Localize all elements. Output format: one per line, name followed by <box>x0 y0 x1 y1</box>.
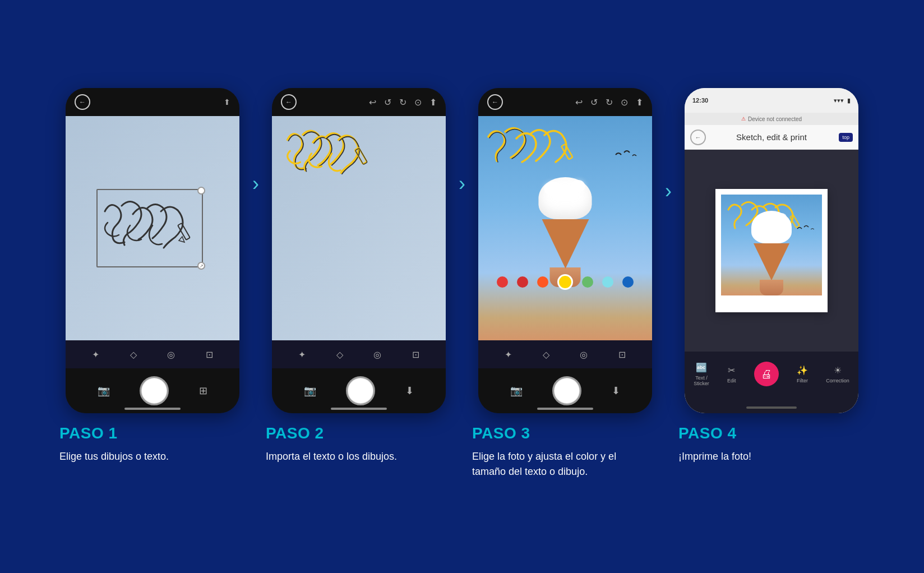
gallery-icon-1[interactable]: ⊞ <box>199 385 207 397</box>
print-icon: 🖨 <box>761 368 772 381</box>
color-orange[interactable] <box>537 276 548 288</box>
ice-cream-scoop <box>539 177 592 219</box>
selection-handle-tl[interactable] <box>197 187 205 195</box>
ice-cream-cone <box>542 219 589 269</box>
step3-wrapper: ← ↩ ↺ ↻ ⊙ ⬆ <box>470 88 676 485</box>
toolbar-print[interactable]: 🖨 <box>754 362 779 386</box>
nav-top-btn[interactable]: top <box>839 133 853 142</box>
crop-icon-3[interactable]: ⊡ <box>618 349 626 360</box>
palette-icon-1[interactable]: ◎ <box>167 349 175 360</box>
download-icon-2[interactable]: ⬇ <box>405 385 414 397</box>
step4-wrapper: 12:30 ▾▾▾ ▮ ⚠ Device not connected ← Ske… <box>676 88 867 470</box>
crop-icon-2[interactable]: ⊡ <box>412 349 419 360</box>
shutter-btn-2[interactable] <box>346 376 375 405</box>
phone-frame-1: ← ⬆ ↗ <box>66 88 239 413</box>
selection-handle-br[interactable]: ↗ <box>197 262 205 270</box>
edit-icons-2: ↩ ↺ ↻ ⊙ ⬆ <box>369 97 437 108</box>
share-icon-3[interactable]: ⬆ <box>636 97 643 108</box>
eraser-icon-3[interactable]: ◇ <box>543 349 549 360</box>
device-status-text: Device not connected <box>748 116 802 122</box>
yum-sketch-svg <box>99 195 203 256</box>
paso3-desc: Elige la foto y ajusta el color y el tam… <box>472 449 644 479</box>
back-icon-1[interactable]: ← <box>75 94 90 110</box>
back-icon-3[interactable]: ← <box>487 94 503 110</box>
print-btn[interactable]: 🖨 <box>754 362 779 386</box>
undo-icon-2[interactable]: ↺ <box>384 97 391 108</box>
filter-label: Filter <box>797 378 808 383</box>
phone2-bottombar: 📷 ⬇ <box>272 368 446 413</box>
color-red[interactable] <box>497 276 508 288</box>
transform-icon-3[interactable]: ↩ <box>575 97 583 108</box>
step1-wrapper: ← ⬆ ↗ <box>57 88 264 470</box>
camera-icon-3[interactable]: ⊙ <box>621 97 628 108</box>
camera-icon-3b[interactable]: 📷 <box>510 385 523 397</box>
phone2-topbar: ← ↩ ↺ ↻ ⊙ ⬆ <box>272 88 446 116</box>
toolbar-filter[interactable]: ✨ Filter <box>797 365 808 383</box>
camera-icon-2b[interactable]: 📷 <box>304 385 316 397</box>
share-icon-1[interactable]: ⬆ <box>224 98 230 107</box>
hand-polaroid <box>760 280 783 295</box>
shutter-inner-3 <box>555 378 579 403</box>
color-green[interactable] <box>582 276 593 288</box>
crop-icon-1[interactable]: ⊡ <box>206 349 213 360</box>
shutter-btn-1[interactable] <box>140 376 169 405</box>
edit-icon: ✂ <box>728 365 735 376</box>
camera-icon-1[interactable]: 📷 <box>98 385 110 397</box>
status-time: 12:30 <box>692 97 708 104</box>
phone1-topbar: ← ⬆ <box>66 88 239 116</box>
shutter-inner-1 <box>142 378 167 403</box>
redo-icon-2[interactable]: ↻ <box>399 97 406 108</box>
phone3-lower-toolbar: ✦ ◇ ◎ ⊡ <box>478 340 652 368</box>
phone-frame-3: ← ↩ ↺ ↻ ⊙ ⬆ <box>478 88 652 413</box>
magic-icon-3[interactable]: ✦ <box>505 349 512 360</box>
canvas-step3 <box>478 116 652 340</box>
home-indicator-3 <box>537 408 593 410</box>
share-icon-2[interactable]: ⬆ <box>429 97 437 108</box>
palette-icon-2[interactable]: ◎ <box>373 349 381 360</box>
scoop-polaroid <box>751 211 792 243</box>
camera-icon-2[interactable]: ⊙ <box>414 97 422 108</box>
color-blue[interactable] <box>622 276 634 288</box>
filter-icon: ✨ <box>797 365 808 376</box>
step2: ← ↩ ↺ ↻ ⊙ ⬆ <box>264 88 454 470</box>
phone4-canvas <box>685 150 858 352</box>
yum-colored-svg <box>278 124 384 181</box>
transform-icon-2[interactable]: ↩ <box>369 97 376 108</box>
palette-icon-3[interactable]: ◎ <box>580 349 588 360</box>
toolbar-text-sticker[interactable]: 🔤 Text /Sticker <box>694 362 709 386</box>
step3: ← ↩ ↺ ↻ ⊙ ⬆ <box>470 88 660 485</box>
phone3-topbar: ← ↩ ↺ ↻ ⊙ ⬆ <box>478 88 652 116</box>
nav-back-btn[interactable]: ← <box>690 130 706 145</box>
toolbar-correction[interactable]: ☀ Correction <box>826 365 849 383</box>
chevron-3: › <box>665 179 672 203</box>
device-warning-icon: ⚠ <box>741 116 746 122</box>
eraser-icon-1[interactable]: ◇ <box>130 349 137 360</box>
battery-icon: ▮ <box>847 97 851 104</box>
toolbar-edit[interactable]: ✂ Edit <box>727 365 736 383</box>
color-darkred[interactable] <box>517 276 528 288</box>
undo-icon-3[interactable]: ↺ <box>590 97 598 108</box>
yum-sketch-container: ↗ <box>91 183 214 273</box>
home-indicator-1 <box>124 408 181 410</box>
phone1-bottombar: 📷 ⊞ <box>66 368 239 413</box>
polaroid-image <box>721 195 822 295</box>
home-indicator-2 <box>331 408 387 410</box>
step1-label-section: PASO 1 Elige tus dibujos o texto. <box>57 413 231 470</box>
step4-label-section: PASO 4 ¡Imprime la foto! <box>676 413 850 470</box>
color-cyan[interactable] <box>602 276 613 288</box>
download-icon-3[interactable]: ⬇ <box>612 385 620 397</box>
eraser-icon-2[interactable]: ◇ <box>336 349 343 360</box>
step2-label-section: PASO 2 Importa el texto o los dibujos. <box>264 413 437 470</box>
shutter-btn-3[interactable] <box>552 376 581 405</box>
magic-icon-2[interactable]: ✦ <box>298 349 306 360</box>
phone3-bottombar: 📷 ⬇ <box>478 368 652 413</box>
canvas-step1: ↗ <box>66 116 239 340</box>
magic-icon-1[interactable]: ✦ <box>92 349 99 360</box>
paso4-label: PASO 4 <box>678 424 850 442</box>
back-icon-2[interactable]: ← <box>281 94 297 110</box>
redo-icon-3[interactable]: ↻ <box>606 97 613 108</box>
color-yellow-selected[interactable] <box>557 274 573 290</box>
device-banner: ⚠ Device not connected <box>685 113 858 125</box>
chevron-2: › <box>459 172 465 196</box>
correction-label: Correction <box>826 378 849 383</box>
